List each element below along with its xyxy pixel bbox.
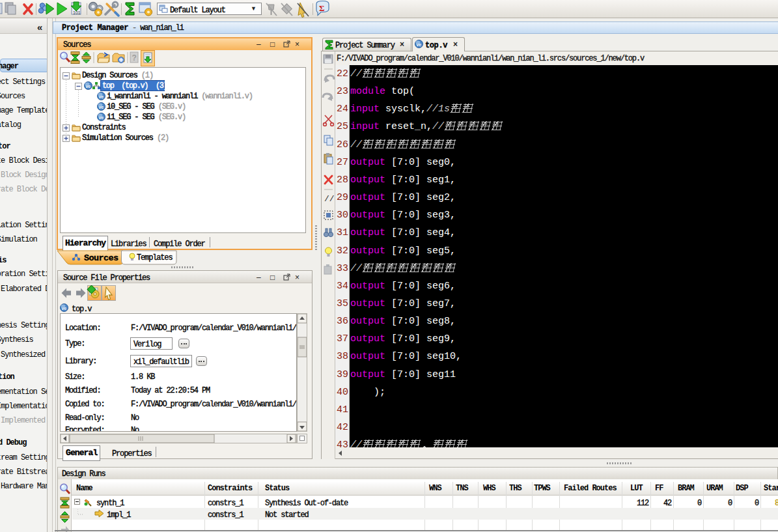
svg-text:?: ?: [132, 53, 137, 63]
svg-text:ve: ve: [98, 115, 104, 120]
svg-text:ve: ve: [416, 42, 421, 47]
svg-text:Σ: Σ: [319, 3, 325, 13]
svg-text://: //: [324, 194, 335, 204]
svg-text:101: 101: [73, 10, 81, 15]
svg-text:ve: ve: [98, 105, 104, 109]
svg-text:ve: ve: [85, 84, 90, 89]
svg-text:ve: ve: [98, 94, 104, 99]
svg-text:ve: ve: [61, 306, 66, 311]
